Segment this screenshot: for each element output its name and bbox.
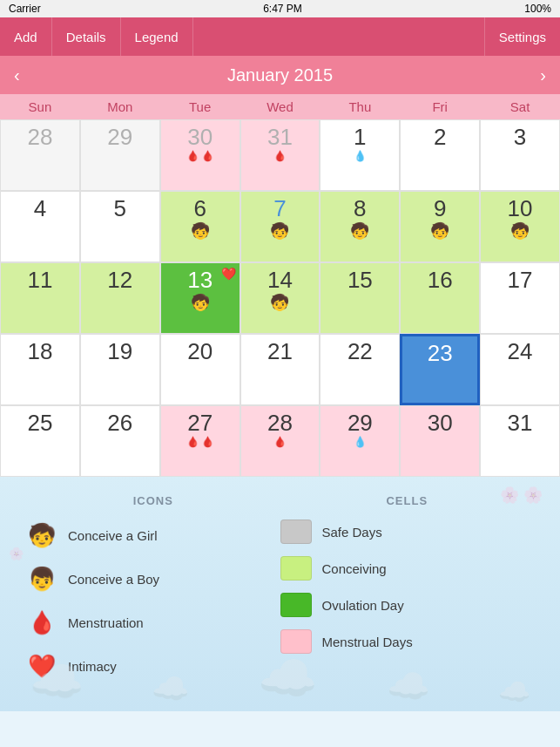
calendar-day[interactable]: 17: [480, 262, 560, 334]
ovulation-swatch: [280, 593, 312, 617]
prev-month-button[interactable]: ‹: [0, 56, 34, 94]
day-header-tue: Tue: [160, 94, 240, 119]
calendar-day[interactable]: 13❤️🧒: [160, 262, 240, 334]
calendar-day[interactable]: 30🩸🩸: [160, 119, 240, 191]
heart-icon: ❤️: [26, 650, 57, 682]
calendar-day[interactable]: 5: [80, 191, 160, 262]
cell-icons: 🧒: [191, 221, 210, 241]
blood-drop-icon: 🩸: [201, 436, 214, 448]
calendar-day[interactable]: 21: [240, 334, 320, 405]
day-number: 14: [267, 268, 293, 291]
icons-legend: ICONS 🧒 Conceive a Girl 👦 Conceive a Boy…: [26, 494, 280, 694]
calendar-day[interactable]: 29: [80, 119, 160, 191]
day-number: 6: [193, 197, 206, 220]
calendar-day[interactable]: 29💧: [320, 405, 400, 477]
calendar-day[interactable]: 11: [0, 262, 80, 334]
calendar-day[interactable]: 9🧒: [400, 191, 480, 262]
cell-icons: 🧒: [350, 221, 369, 241]
girl-face-icon: 🧒: [510, 221, 530, 241]
girl-icon: 🧒: [26, 520, 57, 551]
day-number: 31: [267, 126, 293, 148]
day-headers: Sun Mon Tue Wed Thu Fri Sat: [0, 94, 560, 119]
legend-section: ICONS 🧒 Conceive a Girl 👦 Conceive a Boy…: [0, 477, 560, 711]
girl-face-icon: 🧒: [191, 221, 210, 241]
calendar-day[interactable]: 12: [80, 262, 160, 334]
legend-item-safe: Safe Days: [280, 520, 535, 544]
day-number: 25: [27, 411, 52, 434]
legend-button[interactable]: Legend: [121, 17, 193, 56]
girl-face-icon: 🧒: [270, 221, 289, 241]
calendar-day[interactable]: 31: [480, 405, 560, 477]
legend-item-ovulation: Ovulation Day: [280, 593, 535, 617]
day-number: 5: [114, 197, 126, 220]
day-number: 24: [508, 340, 533, 363]
day-number: 8: [354, 197, 366, 220]
menstrual-days-label: Menstrual Days: [322, 635, 413, 649]
day-number: 10: [508, 197, 533, 220]
calendar-day[interactable]: 14🧒: [240, 262, 320, 334]
calendar-day[interactable]: 10🧒: [480, 191, 560, 262]
legend-item-boy: 👦 Conceive a Boy: [26, 563, 280, 594]
next-month-button[interactable]: ›: [526, 56, 560, 94]
calendar-day[interactable]: 30: [400, 405, 480, 477]
add-button[interactable]: Add: [0, 17, 52, 56]
day-number: 7: [273, 197, 286, 220]
calendar-day[interactable]: 25: [0, 405, 80, 477]
calendar-day[interactable]: 15: [320, 262, 400, 334]
calendar-day[interactable]: 3: [480, 119, 560, 191]
settings-button[interactable]: Settings: [484, 17, 560, 56]
calendar-day[interactable]: 31🩸: [240, 119, 320, 191]
calendar-day[interactable]: 28🩸: [240, 405, 320, 477]
legend-item-intimacy: ❤️ Intimacy: [26, 650, 280, 682]
nav-bar: Add Details Legend Settings: [0, 17, 560, 56]
cell-icons: 🩸🩸: [186, 150, 214, 162]
day-number: 16: [428, 268, 453, 291]
calendar-day[interactable]: 16: [400, 262, 480, 334]
cell-icons: 💧: [354, 436, 367, 448]
day-number: 28: [267, 411, 293, 434]
calendar-day[interactable]: 2: [400, 119, 480, 191]
safe-days-swatch: [280, 520, 312, 544]
girl-face-icon: 🧒: [191, 293, 210, 312]
calendar-day[interactable]: 1💧: [320, 119, 400, 191]
month-header: ‹ January 2015 ›: [0, 56, 560, 94]
calendar-day[interactable]: 23: [400, 334, 480, 405]
day-number: 12: [107, 268, 132, 291]
calendar-day[interactable]: 24: [480, 334, 560, 405]
day-header-mon: Mon: [80, 94, 160, 119]
calendar-day[interactable]: 26: [80, 405, 160, 477]
calendar-day[interactable]: 8🧒: [320, 191, 400, 262]
details-button[interactable]: Details: [52, 17, 121, 56]
day-number: 17: [508, 268, 533, 291]
blood-drop-icon: 🩸: [186, 436, 199, 448]
calendar-day[interactable]: 4: [0, 191, 80, 262]
calendar-day[interactable]: 7🧒: [240, 191, 320, 262]
blood-drop-icon: 🩸: [186, 150, 199, 162]
cell-icons: 💧: [354, 150, 367, 162]
cells-legend: CELLS Safe Days Conceiving Ovulation Day…: [280, 494, 535, 694]
day-number: 30: [187, 126, 213, 148]
legend-item-girl: 🧒 Conceive a Girl: [26, 520, 280, 551]
day-number: 30: [428, 411, 453, 434]
legend-item-conceiving: Conceiving: [280, 556, 535, 581]
calendar-day[interactable]: 28: [0, 119, 80, 191]
cell-icons: 🩸: [273, 436, 287, 448]
calendar-day[interactable]: 19: [80, 334, 160, 405]
day-number: 15: [347, 268, 373, 291]
menstruation-label: Menstruation: [68, 615, 144, 630]
girl-face-icon: 🧒: [270, 293, 289, 312]
day-number: 18: [27, 340, 52, 363]
boy-label: Conceive a Boy: [68, 572, 159, 587]
day-number: 21: [267, 340, 293, 363]
day-number: 27: [187, 411, 213, 434]
calendar-day[interactable]: 27🩸🩸: [160, 405, 240, 477]
day-number: 19: [107, 340, 132, 363]
blood-drop-icon: 🩸: [273, 436, 287, 448]
water-drop-icon: 💧: [354, 436, 367, 448]
girl-label: Conceive a Girl: [68, 528, 158, 543]
boy-icon: 👦: [26, 563, 57, 594]
calendar-day[interactable]: 18: [0, 334, 80, 405]
calendar-day[interactable]: 22: [320, 334, 400, 405]
calendar-day[interactable]: 6🧒: [160, 191, 240, 262]
calendar-day[interactable]: 20: [160, 334, 240, 405]
